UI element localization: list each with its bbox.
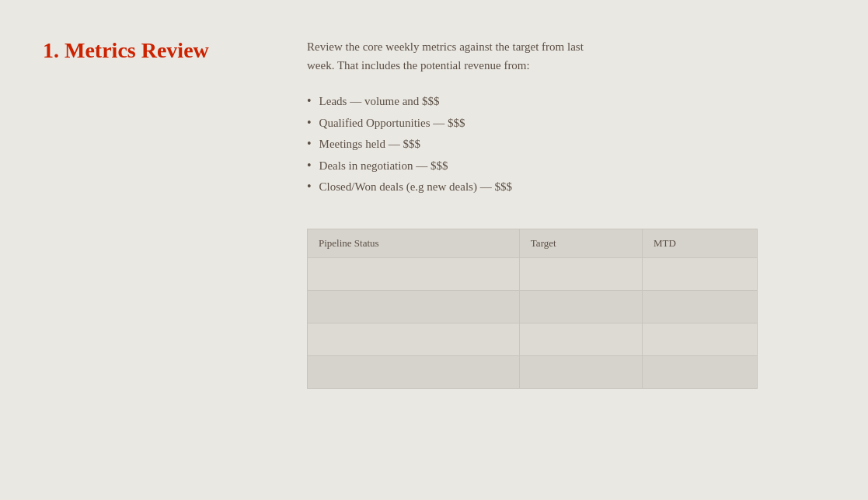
cell-target [519,355,642,388]
table-row [308,323,758,355]
list-item: Leads — volume and $$$ [307,90,821,112]
table-header-row: Pipeline Status Target MTD [308,229,758,257]
list-item: Deals in negotiation — $$$ [307,155,821,177]
cell-mtd [642,290,757,323]
list-item: Meetings held — $$$ [307,133,821,155]
cell-pipeline-status [308,290,520,323]
table-row [308,355,758,388]
cell-target [519,257,642,290]
cell-mtd [642,355,757,388]
column-header-mtd: MTD [642,229,757,257]
cell-mtd [642,323,757,355]
cell-pipeline-status [308,355,520,388]
cell-pipeline-status [308,257,520,290]
column-header-target: Target [519,229,642,257]
table-row [308,257,758,290]
bullet-list: Leads — volume and $$$ Qualified Opportu… [307,90,821,198]
intro-text: Review the core weekly metrics against t… [307,37,821,75]
list-item: Closed/Won deals (e.g new deals) — $$$ [307,176,821,198]
cell-target [519,290,642,323]
cell-target [519,323,642,355]
table-row [308,290,758,323]
right-panel: Review the core weekly metrics against t… [276,37,821,389]
column-header-pipeline-status: Pipeline Status [308,229,520,257]
metrics-table: Pipeline Status Target MTD [307,229,758,389]
page-container: 1. Metrics Review Review the core weekly… [0,0,868,500]
cell-pipeline-status [308,323,520,355]
left-panel: 1. Metrics Review [43,37,276,64]
table-section: Pipeline Status Target MTD [307,229,821,389]
list-item: Qualified Opportunities — $$$ [307,112,821,134]
page-title: 1. Metrics Review [43,37,276,64]
cell-mtd [642,257,757,290]
